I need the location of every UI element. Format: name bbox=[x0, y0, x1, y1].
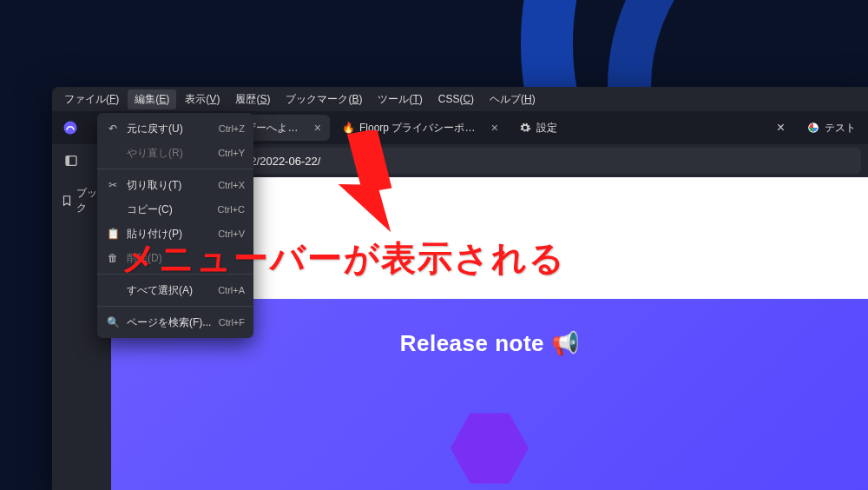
menu-separator bbox=[97, 274, 253, 275]
edit-menu-dropdown: ↶ 元に戻す(U) Ctrl+Z やり直し(R) Ctrl+Y ✂ 切り取り(T… bbox=[97, 113, 253, 338]
menu-history[interactable]: 履歴(S) bbox=[228, 89, 277, 109]
app-logo-icon bbox=[61, 118, 80, 137]
tab-privacy[interactable]: 🔥 Floorp プライバシーポリシー / Ablaz... × bbox=[333, 115, 507, 141]
tab-label: テスト bbox=[825, 121, 856, 136]
search-icon: 🔍 bbox=[106, 316, 120, 328]
cut-icon: ✂ bbox=[106, 179, 120, 191]
tab-label: 設定 bbox=[536, 121, 557, 136]
menubar: ファイル(F) 編集(E) 表示(V) 履歴(S) ブックマーク(B) ツール(… bbox=[52, 87, 868, 111]
gear-icon bbox=[519, 122, 531, 134]
menu-help[interactable]: ヘルプ(H) bbox=[483, 89, 542, 109]
menu-copy[interactable]: コピー(C) Ctrl+C bbox=[97, 197, 253, 222]
menu-cut[interactable]: ✂ 切り取り(T) Ctrl+X bbox=[97, 173, 253, 197]
tab-close-icon[interactable]: × bbox=[314, 121, 321, 135]
bookmark-icon bbox=[61, 194, 73, 208]
menu-tools[interactable]: ツール(T) bbox=[371, 89, 429, 109]
tab-settings[interactable]: 設定 bbox=[510, 115, 566, 141]
hexagon-logo-icon bbox=[450, 409, 529, 487]
google-icon bbox=[807, 122, 819, 134]
menu-separator bbox=[97, 169, 253, 169]
sidepanel-toggle-icon[interactable] bbox=[59, 149, 83, 173]
banner-title: Release note 📢 bbox=[400, 330, 580, 357]
menu-redo[interactable]: やり直し(R) Ctrl+Y bbox=[97, 141, 253, 165]
tabbar-close-icon[interactable]: × bbox=[777, 120, 785, 136]
menu-find-in-page[interactable]: 🔍 ページを検索(F)... Ctrl+F bbox=[97, 310, 253, 334]
tab-label: Floorp プライバシーポリシー / Ablaz... bbox=[359, 121, 483, 136]
paste-icon: 📋 bbox=[106, 228, 120, 240]
tab-test[interactable]: テスト bbox=[799, 115, 865, 141]
menu-css[interactable]: CSS(C) bbox=[431, 90, 481, 108]
menu-undo[interactable]: ↶ 元に戻す(U) Ctrl+Z bbox=[97, 116, 253, 141]
menu-paste[interactable]: 📋 貼り付け(P) Ctrl+V bbox=[97, 222, 253, 246]
tab-close-icon[interactable]: × bbox=[491, 121, 498, 135]
delete-icon: 🗑 bbox=[106, 252, 120, 264]
menu-delete[interactable]: 🗑 削除(D) bbox=[97, 246, 253, 270]
menu-select-all[interactable]: すべて選択(A) Ctrl+A bbox=[97, 278, 253, 302]
menu-file[interactable]: ファイル(F) bbox=[57, 89, 126, 109]
undo-icon: ↶ bbox=[106, 122, 120, 135]
menu-edit[interactable]: 編集(E) bbox=[128, 89, 176, 109]
favicon-icon: 🔥 bbox=[342, 122, 354, 134]
menu-separator bbox=[97, 306, 253, 307]
svg-point-0 bbox=[64, 122, 77, 135]
svg-rect-3 bbox=[66, 156, 69, 166]
menu-bookmarks[interactable]: ブックマーク(B) bbox=[279, 89, 369, 109]
menu-view[interactable]: 表示(V) bbox=[178, 89, 227, 109]
